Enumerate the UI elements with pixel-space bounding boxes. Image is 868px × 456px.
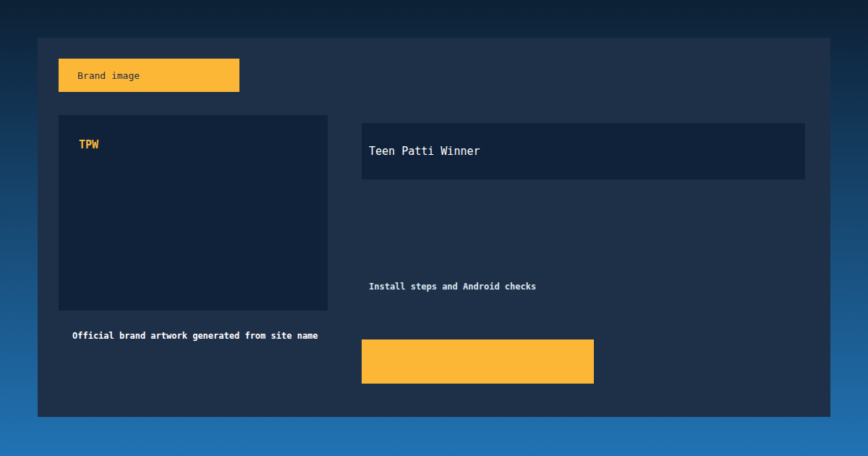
cta-button[interactable]	[362, 339, 594, 384]
artwork-caption: Official brand artwork generated from si…	[72, 331, 318, 341]
content-subtitle: Install steps and Android checks	[369, 282, 536, 292]
brand-monogram: TPW	[79, 138, 98, 151]
og-card: Brand image TPW Official brand artwork g…	[38, 38, 830, 417]
page-background: { "theme": { "bg_top": "#0d2035", "bg_bo…	[0, 0, 868, 456]
brand-badge: Brand image	[59, 59, 239, 92]
artwork-placeholder: TPW	[59, 115, 328, 311]
brand-badge-label: Brand image	[77, 71, 140, 80]
title-bar: Teen Patti Winner	[362, 123, 805, 180]
page-title: Teen Patti Winner	[369, 146, 480, 157]
